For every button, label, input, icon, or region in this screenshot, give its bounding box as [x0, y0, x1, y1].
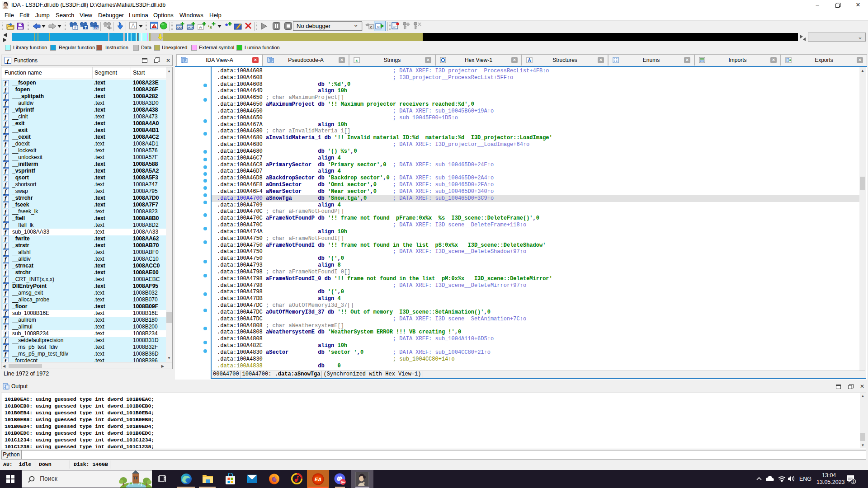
svg-text:1: 1: [852, 479, 854, 484]
svg-text:!: !: [154, 25, 155, 28]
svg-text:c: c: [370, 25, 372, 29]
svg-text:‘s: ‘s: [208, 23, 212, 30]
svg-text:A: A: [131, 23, 135, 29]
svg-text:A: A: [199, 25, 202, 29]
svg-text:*: *: [225, 22, 228, 30]
svg-text:9+: 9+: [341, 480, 345, 484]
svg-text:c: c: [377, 24, 379, 29]
svg-text:T: T: [85, 25, 87, 30]
svg-text:101: 101: [93, 26, 99, 30]
svg-text:#: #: [74, 25, 76, 30]
svg-text:EA: EA: [315, 477, 321, 482]
svg-text:DATA: DATA: [187, 26, 194, 29]
svg-text:CODE: CODE: [176, 26, 183, 29]
